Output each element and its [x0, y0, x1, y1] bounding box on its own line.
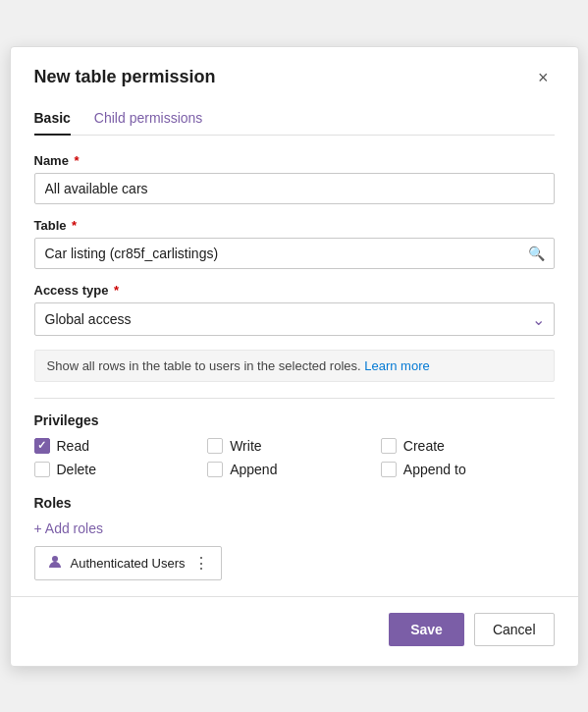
privilege-write[interactable]: Write — [207, 438, 381, 454]
privilege-append[interactable]: Append — [207, 462, 381, 477]
save-button[interactable]: Save — [389, 613, 464, 646]
table-label: Table * — [34, 218, 555, 233]
create-label: Create — [403, 438, 445, 454]
append-label: Append — [230, 462, 277, 477]
append-checkbox[interactable] — [207, 462, 223, 477]
dialog-footer: Save Cancel — [34, 613, 555, 646]
tab-basic[interactable]: Basic — [34, 104, 71, 136]
table-input-wrapper: 🔍 — [34, 238, 555, 269]
access-type-select[interactable]: Global access Local access Deep access B… — [34, 302, 555, 336]
tab-child-permissions[interactable]: Child permissions — [94, 104, 202, 136]
read-checkbox[interactable] — [34, 438, 50, 454]
name-input[interactable] — [34, 173, 555, 204]
access-type-group: Access type * Global access Local access… — [34, 283, 555, 336]
privileges-group: Privileges Read Write Create Delete Appe… — [34, 412, 555, 477]
svg-point-0 — [52, 556, 58, 562]
privileges-grid: Read Write Create Delete Append Append t — [34, 438, 555, 477]
info-box: Show all rows in the table to users in t… — [34, 350, 555, 382]
role-more-button[interactable]: ⋮ — [193, 554, 209, 573]
role-chip-label: Authenticated Users — [71, 556, 186, 571]
person-icon — [47, 554, 63, 573]
footer-divider — [11, 596, 578, 597]
delete-label: Delete — [57, 462, 96, 477]
roles-label: Roles — [34, 495, 555, 511]
write-label: Write — [230, 438, 261, 454]
access-type-label: Access type * — [34, 283, 555, 298]
privilege-append-to[interactable]: Append to — [381, 462, 555, 477]
access-type-select-wrapper: Global access Local access Deep access B… — [34, 302, 555, 336]
delete-checkbox[interactable] — [34, 462, 50, 477]
read-label: Read — [57, 438, 89, 454]
divider-privileges — [34, 398, 555, 399]
table-input[interactable] — [34, 238, 555, 269]
write-checkbox[interactable] — [207, 438, 223, 454]
append-to-label: Append to — [403, 462, 466, 477]
dialog-header: New table permission × — [34, 67, 555, 88]
close-button[interactable]: × — [532, 67, 555, 88]
name-group: Name * — [34, 153, 555, 204]
append-to-checkbox[interactable] — [381, 462, 397, 477]
search-icon: 🔍 — [528, 246, 545, 261]
privilege-create[interactable]: Create — [381, 438, 555, 454]
create-checkbox[interactable] — [381, 438, 397, 454]
add-roles-button[interactable]: + Add roles — [34, 520, 103, 536]
cancel-button[interactable]: Cancel — [474, 613, 555, 646]
privileges-label: Privileges — [34, 412, 555, 428]
dialog-title: New table permission — [34, 67, 216, 87]
table-group: Table * 🔍 — [34, 218, 555, 269]
role-chip-authenticated-users: Authenticated Users ⋮ — [34, 546, 222, 580]
new-table-permission-dialog: New table permission × Basic Child permi… — [10, 46, 579, 667]
tab-bar: Basic Child permissions — [34, 104, 555, 136]
name-label: Name * — [34, 153, 555, 168]
privilege-read[interactable]: Read — [34, 438, 208, 454]
roles-section: Roles + Add roles Authenticated Users ⋮ — [34, 495, 555, 580]
privilege-delete[interactable]: Delete — [34, 462, 208, 477]
learn-more-link[interactable]: Learn more — [364, 358, 429, 373]
